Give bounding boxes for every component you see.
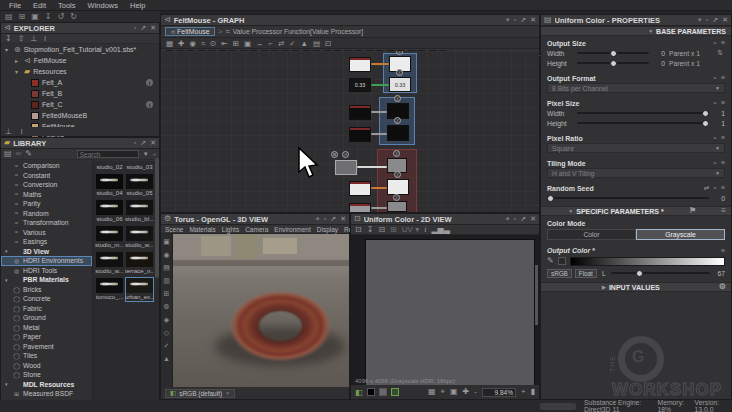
graph-node[interactable] [349, 203, 371, 212]
library-thumbnail-cell[interactable]: studio_06 [95, 199, 124, 224]
library-category[interactable]: ▾ ⊞ Measured BSDF [1, 389, 92, 399]
maximize-icon[interactable]: ↗ [520, 215, 526, 223]
library-category[interactable]: ▾ ◯ Stone [1, 370, 92, 380]
library-thumbnail-cell[interactable]: tomoco_... [95, 277, 124, 302]
close-icon[interactable]: ✕ [150, 24, 156, 32]
library-thumbnail-cell[interactable]: studio_03 [125, 162, 154, 172]
menu-icon[interactable]: ≡ [721, 99, 725, 107]
view3d-viewport[interactable] [173, 234, 349, 387]
view3d-tool-icon[interactable]: ▣ [163, 238, 170, 246]
graph-toolbar-icon[interactable]: ⇄ [278, 39, 284, 48]
menu-icon[interactable]: ≡ [721, 74, 725, 82]
tree-row-project[interactable]: ▾ ⊛ Stopmotion_Felt_Tutorial_v001.sbs* [1, 44, 159, 55]
library-category[interactable]: ▾ ≈ Easings [1, 237, 92, 247]
info-icon[interactable]: i [146, 79, 153, 86]
graph-toolbar-icon[interactable]: ↔ [256, 39, 264, 48]
library-category[interactable]: ▾ ◯ Bricks [1, 285, 92, 295]
library-category[interactable]: ▾ ◯ Paper [1, 332, 92, 342]
menu-item[interactable]: File [4, 1, 26, 10]
eyedropper-icon[interactable]: ✎ [547, 257, 554, 265]
view2d-canvas[interactable]: 4096 x 4096 (Grayscale HDR, 16bpc) [351, 235, 539, 385]
fit-view-icon[interactable]: ⊞ [390, 226, 397, 234]
explorer-toolbar-icon[interactable]: ↧ [5, 35, 12, 43]
toolbar-icon[interactable]: ↺ [58, 13, 65, 21]
library-thumbnail-cell[interactable]: studio_w... [95, 251, 124, 276]
tree-row-resources[interactable]: ▾ ▰ Resources [1, 66, 159, 77]
base-parameters-section[interactable]: ▼ BASE PARAMETERS [541, 26, 731, 36]
graph-toolbar-icon[interactable]: ▦ [166, 39, 173, 48]
caret-down-icon[interactable]: ▾ [5, 46, 11, 53]
tile-preview-icon[interactable] [391, 388, 399, 396]
link-badge-icon[interactable]: ↗ [342, 151, 349, 158]
colorspace-dropdown[interactable]: ◧ sRGB (default) ▼ [165, 389, 235, 398]
pin-icon[interactable]: ⌖ [506, 215, 510, 223]
library-category[interactable]: ▾ ◯ Tiles [1, 351, 92, 361]
maximize-icon[interactable]: ↗ [712, 16, 718, 24]
info-icon[interactable]: i [146, 101, 153, 108]
view2d-toolbar-icon[interactable]: ⊟ [378, 226, 385, 234]
graph-toolbar-icon[interactable]: ▣ [244, 39, 251, 48]
pixel-ratio-dropdown[interactable]: Square ▼ [547, 143, 725, 153]
height-slider[interactable] [577, 62, 649, 64]
view3d-menu-item[interactable]: Display [317, 226, 338, 233]
pixel-height-slider[interactable] [577, 122, 709, 124]
graph-toolbar-icon[interactable]: ⊙ [210, 39, 216, 48]
graph-toolbar-icon[interactable]: ✓ [289, 39, 295, 48]
library-category[interactable]: ▾ PBR Materials [1, 275, 92, 285]
view3d-tool-icon[interactable]: ▥ [163, 277, 170, 285]
library-category[interactable]: ▾ ◯ Fabric [1, 304, 92, 314]
graph-node[interactable] [387, 179, 409, 195]
grid-icon[interactable]: ▦ [428, 388, 436, 396]
graph-toolbar-icon[interactable]: ⌐ [269, 39, 273, 48]
toolbar-icon[interactable]: ▤ [5, 13, 13, 21]
menu-item[interactable]: Windows [83, 1, 123, 10]
library-thumbnail-cell[interactable]: studio_bl... [125, 199, 154, 224]
preset-icon[interactable]: ⚑ [689, 207, 696, 215]
library-category[interactable]: ▾ ≈ Random [1, 209, 92, 219]
maximize-icon[interactable]: ↗ [140, 139, 146, 147]
specific-parameters-section[interactable]: ▼ SPECIFIC PARAMETERS * ⚑ ≡ [541, 206, 731, 216]
graph-toolbar-icon[interactable]: ⊡ [325, 39, 331, 48]
maximize-icon[interactable]: ↗ [330, 215, 336, 223]
function-toggle-icon[interactable]: ⌁ [713, 74, 717, 82]
filter-icon[interactable]: ▼ [143, 151, 149, 157]
close-icon[interactable]: ✕ [340, 215, 346, 223]
float-button[interactable]: Float [575, 269, 597, 278]
link-wh-icon[interactable]: ⇅ [715, 49, 725, 57]
graph-toolbar-icon[interactable]: ▲ [301, 39, 308, 48]
toolbar-icon[interactable]: ▣ [31, 13, 39, 21]
zoom-out-button[interactable]: - [474, 388, 477, 396]
library-thumbnail-cell[interactable]: terrace_n... [125, 251, 154, 276]
list-view-icon[interactable]: ▤ [4, 150, 12, 158]
edit-icon[interactable]: ✎ [25, 150, 32, 158]
info-icon[interactable]: i [424, 226, 426, 234]
close-icon[interactable]: ✕ [722, 16, 728, 24]
library-category[interactable]: ▾ ◯ Concrete [1, 294, 92, 304]
zoom-level-field[interactable]: 9.84% [482, 388, 516, 397]
graph-toolbar-icon[interactable]: ◉ [189, 39, 196, 48]
function-toggle-icon[interactable]: ⌁ [713, 184, 717, 192]
maximize-icon[interactable]: ↗ [140, 24, 146, 32]
menu-item[interactable]: Tools [53, 1, 81, 10]
graph-node[interactable] [349, 127, 371, 142]
more-icon[interactable]: » [153, 151, 156, 157]
tree-row-graph[interactable]: ▸ ⊲ FeltMouse [1, 55, 159, 66]
dock-icon[interactable]: ▫ [324, 215, 326, 223]
menu-icon[interactable]: ≡ [721, 207, 726, 215]
toolbar-icon[interactable]: ⊞ [19, 13, 26, 21]
library-category[interactable]: ▾ ◯ Metal [1, 323, 92, 333]
width-slider[interactable] [577, 52, 649, 54]
menu-icon[interactable]: ≡ [721, 39, 725, 47]
graph-node[interactable] [387, 125, 409, 141]
function-badge-icon[interactable]: ƒ [393, 194, 400, 201]
graph-node[interactable] [335, 160, 357, 175]
explorer-toolbar-icon[interactable]: ⊥ [30, 35, 37, 43]
dock-icon[interactable]: ▫ [706, 16, 708, 24]
caret-right-icon[interactable]: ▸ [15, 57, 21, 64]
library-search-input[interactable] [77, 150, 139, 158]
boolean-badge-icon[interactable]: B [331, 151, 338, 158]
center-icon[interactable]: ✚ [463, 388, 470, 396]
tiling-mode-dropdown[interactable]: H and V Tiling ▼ [547, 168, 725, 178]
explorer-toolbar-icon[interactable]: ≀ [43, 35, 46, 43]
new-function-icon[interactable]: ≀ [20, 128, 23, 136]
